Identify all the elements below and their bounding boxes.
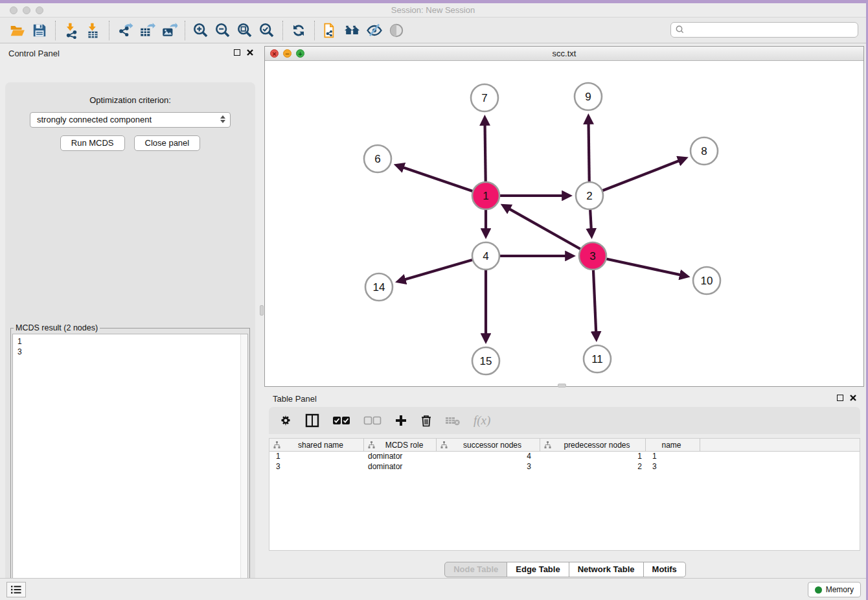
column-header-predecessor-nodes[interactable]: predecessor nodes: [540, 439, 646, 451]
open-session-icon[interactable]: [6, 20, 29, 41]
graph-node-label-9: 9: [585, 91, 591, 103]
tab-motifs[interactable]: Motifs: [644, 562, 686, 577]
toolbar-separator: [55, 21, 56, 40]
cell-successor-nodes: 4: [437, 452, 540, 462]
mcds-result-title: MCDS result (2 nodes): [14, 323, 100, 332]
tab-node-table[interactable]: Node Table: [444, 562, 507, 577]
column-header-name[interactable]: name: [646, 439, 700, 451]
float-panel-icon[interactable]: [234, 49, 240, 56]
graph-node-label-7: 7: [481, 92, 487, 104]
column-header-successor-nodes[interactable]: successor nodes: [437, 439, 540, 451]
cell-shared-name: 1: [269, 452, 364, 462]
home-icon[interactable]: [341, 20, 363, 41]
network-window-titlebar[interactable]: × − + scc.txt: [265, 47, 863, 61]
graph-node-label-1: 1: [483, 190, 488, 202]
toolbar-separator: [109, 21, 109, 40]
deselect-all-icon[interactable]: [363, 415, 382, 426]
table-header-row: shared name MCDS role successor nodes pr…: [269, 439, 860, 452]
graph-node-label-8: 8: [701, 145, 707, 157]
hide-selected-icon[interactable]: [363, 20, 385, 41]
import-table-icon[interactable]: [82, 20, 104, 41]
zoom-fit-icon[interactable]: [234, 20, 256, 41]
control-panel-title: Control Panel: [8, 49, 60, 58]
mcds-result-area[interactable]: 1 3: [12, 334, 248, 600]
split-view-icon[interactable]: [305, 413, 319, 428]
function-builder-icon: f(x): [474, 413, 490, 428]
show-all-icon[interactable]: [385, 20, 407, 41]
result-scrollbar[interactable]: [240, 334, 247, 600]
table-panel-header: Table Panel: [264, 389, 866, 408]
column-header-mcds-role[interactable]: MCDS role: [364, 439, 437, 451]
hierarchy-icon: [368, 441, 375, 448]
zoom-in-icon[interactable]: [190, 20, 212, 41]
zoom-out-icon[interactable]: [212, 20, 234, 41]
import-network-icon[interactable]: [60, 20, 82, 41]
graph-node-label-2: 2: [586, 190, 592, 202]
network-graph[interactable]: 7968124314101511: [265, 61, 863, 386]
graph-node-label-6: 6: [374, 153, 380, 165]
main-toolbar: [0, 17, 866, 43]
apply-layout-icon[interactable]: [288, 20, 310, 41]
cell-shared-name: 3: [269, 462, 364, 472]
export-network-icon[interactable]: [114, 20, 136, 41]
mcds-result-text: 1 3: [13, 334, 247, 357]
vertical-split-handle[interactable]: [260, 305, 264, 316]
search-input[interactable]: [685, 23, 858, 36]
table-tabs: Node Table Edge Table Network Table Moti…: [264, 562, 866, 577]
search-icon: [675, 25, 685, 35]
table-panel-title: Table Panel: [273, 394, 317, 404]
list-icon: [10, 585, 22, 594]
app-window: Session: New Session: [0, 3, 866, 600]
tab-edge-table[interactable]: Edge Table: [507, 562, 569, 577]
control-panel-header: Control Panel: [0, 43, 260, 63]
save-session-icon[interactable]: [29, 20, 51, 41]
delete-column-icon[interactable]: [420, 414, 432, 427]
table-row[interactable]: 1 dominator 4 1 1: [269, 452, 860, 462]
toolbar-separator: [282, 21, 283, 40]
cell-name: 3: [646, 462, 700, 472]
mcds-result-group: MCDS result (2 nodes) 1 3: [10, 323, 250, 600]
toolbar-separator: [314, 21, 315, 40]
memory-button[interactable]: Memory: [808, 582, 861, 597]
column-header-shared-name[interactable]: shared name: [269, 439, 364, 451]
export-image-icon[interactable]: [158, 20, 180, 41]
network-window: × − + scc.txt 7968124314101511: [264, 46, 864, 387]
toolbar-separator: [185, 21, 185, 40]
tab-network-table[interactable]: Network Table: [569, 562, 644, 577]
task-history-button[interactable]: [6, 582, 26, 597]
cell-successor-nodes: 3: [437, 462, 540, 472]
run-mcds-button[interactable]: Run MCDS: [60, 135, 125, 151]
search-box: [670, 22, 858, 38]
cell-predecessor-nodes: 1: [540, 452, 646, 462]
desktop: Session: New Session: [0, 0, 868, 600]
network-window-title: scc.txt: [265, 49, 863, 58]
memory-label: Memory: [826, 585, 854, 594]
network-canvas[interactable]: 7968124314101511: [265, 61, 863, 386]
graph-node-label-14: 14: [373, 281, 385, 294]
close-table-panel-icon[interactable]: [849, 394, 857, 402]
close-panel-button[interactable]: Close panel: [134, 135, 201, 151]
table-row[interactable]: 3 dominator 3 2 3: [269, 462, 860, 472]
mcds-panel: Optimization criterion: strongly connect…: [5, 82, 255, 600]
graph-node-label-11: 11: [591, 353, 603, 365]
delete-table-icon: [445, 415, 461, 426]
close-panel-icon[interactable]: [246, 49, 254, 56]
table-options-icon[interactable]: [279, 414, 292, 427]
zoom-selected-icon[interactable]: [256, 20, 278, 41]
chevron-updown-icon: [220, 115, 225, 123]
graph-node-label-4: 4: [483, 250, 488, 262]
criterion-dropdown-value: strongly connected component: [37, 115, 152, 124]
horizontal-split-handle[interactable]: [558, 384, 566, 387]
cell-mcds-role: dominator: [364, 452, 437, 462]
add-column-icon[interactable]: [394, 414, 407, 427]
node-table: shared name MCDS role successor nodes pr…: [269, 438, 860, 551]
table-panel: Table Panel: [264, 389, 866, 580]
export-table-icon[interactable]: [136, 20, 158, 41]
window-titlebar: Session: New Session: [0, 3, 866, 17]
criterion-dropdown[interactable]: strongly connected component: [30, 112, 231, 128]
table-toolbar: f(x): [269, 407, 860, 434]
status-bar: Memory: [0, 578, 866, 600]
float-table-panel-icon[interactable]: [837, 395, 843, 401]
duplicate-network-icon[interactable]: [319, 20, 341, 41]
select-all-icon[interactable]: [332, 415, 350, 426]
